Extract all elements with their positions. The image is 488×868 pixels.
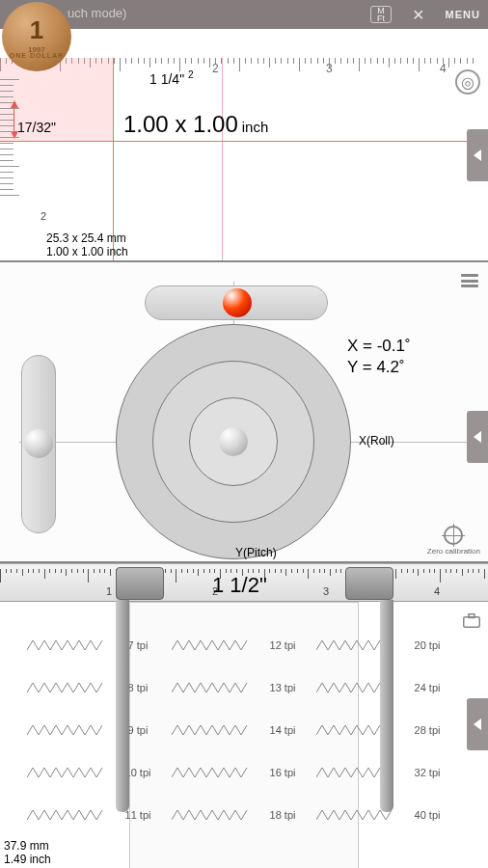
tpi-row: 10 tpi16 tpi32 tpi bbox=[0, 766, 488, 779]
caliper-jaw-left[interactable] bbox=[116, 563, 164, 814]
tpi-row: 8 tpi13 tpi24 tpi bbox=[0, 681, 488, 694]
tpi-row: 9 tpi14 tpi28 tpi bbox=[0, 723, 488, 737]
bubble-level-horizontal bbox=[145, 285, 328, 320]
tpi-label: 40 tpi bbox=[393, 809, 461, 821]
tpi-label: 18 tpi bbox=[249, 809, 316, 821]
secondary-readout: 25.3 x 25.4 mm 1.00 x 1.00 inch bbox=[46, 231, 128, 258]
chevron-left-icon bbox=[474, 149, 481, 161]
drawer-handle[interactable] bbox=[467, 411, 488, 463]
mode-label: uch mode) bbox=[68, 6, 126, 20]
ruler-mark: 3 bbox=[323, 585, 329, 597]
zero-calibration-button[interactable]: Zero calibration bbox=[427, 526, 480, 556]
bubble-ball-red bbox=[223, 288, 252, 317]
x-axis-label: X(Roll) bbox=[359, 434, 394, 448]
tpi-label: 13 tpi bbox=[249, 682, 316, 693]
caliper-jaw-right[interactable] bbox=[345, 563, 393, 814]
svg-rect-0 bbox=[464, 617, 480, 628]
ruler-mark: 4 bbox=[440, 62, 447, 75]
reset-target-icon[interactable]: ◎ bbox=[455, 69, 480, 95]
drawer-handle[interactable] bbox=[467, 129, 488, 181]
thread-zigzag-icon bbox=[172, 766, 249, 779]
tpi-label: 16 tpi bbox=[249, 767, 316, 778]
tpi-label: 12 tpi bbox=[249, 639, 316, 651]
tpi-label: 14 tpi bbox=[249, 724, 316, 736]
crosshair-icon bbox=[444, 526, 463, 545]
thread-zigzag-icon bbox=[172, 638, 249, 652]
tpi-row: 11 tpi18 tpi40 tpi bbox=[0, 808, 488, 822]
drawer-handle[interactable] bbox=[467, 698, 488, 750]
bubble-level-vertical bbox=[21, 355, 56, 533]
thread-zigzag-icon bbox=[27, 808, 104, 822]
thread-zigzag-icon bbox=[172, 723, 249, 737]
tpi-label: 20 tpi bbox=[393, 639, 461, 651]
tpi-row: 7 tpi12 tpi20 tpi bbox=[0, 638, 488, 652]
thread-zigzag-icon bbox=[27, 638, 104, 652]
main-readout: 1.00 x 1.00inch bbox=[123, 111, 268, 138]
ruler-mark: 1 bbox=[106, 585, 112, 597]
caliper-footer-readout: 37.9 mm 1.49 inch bbox=[4, 839, 51, 866]
caliper-readout: 1 1/2" bbox=[212, 573, 267, 598]
menu-button[interactable]: MENU bbox=[446, 9, 480, 20]
close-icon[interactable]: × bbox=[413, 4, 424, 26]
bubble-ball bbox=[24, 429, 53, 458]
unit-toggle-button[interactable]: M Ft bbox=[370, 6, 392, 23]
coin-value: 1 bbox=[30, 15, 43, 45]
width-fraction: 1 1/4" 2 bbox=[149, 69, 194, 87]
ruler-mark: 2 bbox=[212, 62, 219, 75]
left-scale-2: 2 bbox=[41, 210, 46, 222]
tpi-label: 28 tpi bbox=[393, 724, 461, 736]
guideline-vertical-2[interactable] bbox=[222, 58, 223, 260]
unit-bot: Ft bbox=[377, 14, 385, 22]
ruler-panel[interactable]: 2 3 4 1 1/4" 2 17/32" 1.00 x 1.00inch ◎ … bbox=[0, 29, 488, 260]
calibration-coin[interactable]: 1 1997 ONE DOLLAR bbox=[2, 2, 71, 71]
chevron-left-icon bbox=[474, 719, 481, 730]
level-panel[interactable]: X(Roll) Y(Pitch) X = -0.1˚ Y = 4.2˚ Zero… bbox=[0, 262, 488, 561]
bullseye-level bbox=[116, 324, 351, 559]
hamburger-icon[interactable] bbox=[461, 274, 478, 287]
caliper-panel[interactable]: 1 2 3 4 1 1/2" 7 tpi12 tpi20 tpi8 tpi13 … bbox=[0, 563, 488, 868]
coin-text: ONE DOLLAR bbox=[10, 52, 64, 59]
thread-zigzag-icon bbox=[172, 681, 249, 694]
chevron-left-icon bbox=[474, 431, 481, 443]
thread-zigzag-icon bbox=[27, 723, 104, 737]
top-bar: uch mode) M Ft × MENU bbox=[0, 0, 488, 29]
guideline-vertical[interactable] bbox=[113, 58, 114, 260]
camera-icon[interactable] bbox=[463, 613, 480, 628]
svg-rect-1 bbox=[469, 614, 474, 618]
tpi-label: 24 tpi bbox=[393, 682, 461, 693]
angle-readout: X = -0.1˚ Y = 4.2˚ bbox=[347, 336, 411, 378]
ruler-mark: 4 bbox=[434, 585, 440, 597]
left-scale bbox=[0, 79, 19, 201]
thread-zigzag-icon bbox=[27, 681, 104, 694]
bubble-ball-center bbox=[219, 427, 248, 456]
guideline-horizontal[interactable] bbox=[0, 141, 488, 142]
tpi-label: 32 tpi bbox=[393, 767, 461, 778]
y-axis-label: Y(Pitch) bbox=[235, 546, 277, 559]
thread-zigzag-icon bbox=[27, 766, 104, 779]
thread-zigzag-icon bbox=[172, 808, 249, 822]
height-fraction: 17/32" bbox=[17, 120, 56, 135]
